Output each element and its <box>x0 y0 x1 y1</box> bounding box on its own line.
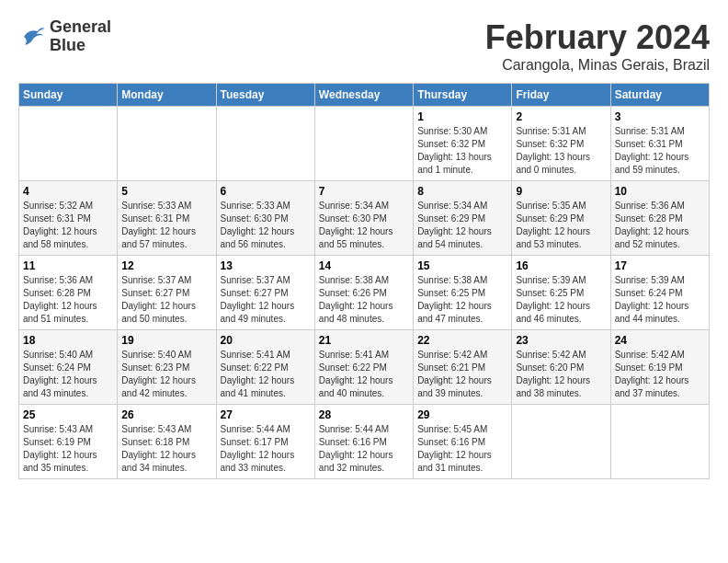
day-info: Sunrise: 5:43 AM Sunset: 6:18 PM Dayligh… <box>121 423 211 475</box>
day-number: 3 <box>615 110 705 123</box>
day-info: Sunrise: 5:33 AM Sunset: 6:30 PM Dayligh… <box>221 200 311 251</box>
weekday-header: Wednesday <box>314 84 413 107</box>
weekday-header: Sunday <box>19 84 118 107</box>
day-info: Sunrise: 5:30 AM Sunset: 6:32 PM Dayligh… <box>417 125 507 177</box>
calendar-cell: 16Sunrise: 5:39 AM Sunset: 6:25 PM Dayli… <box>512 256 610 330</box>
weekday-header: Monday <box>118 84 216 107</box>
page-title: February 2024 <box>485 18 710 57</box>
day-info: Sunrise: 5:34 AM Sunset: 6:29 PM Dayligh… <box>417 200 507 251</box>
day-number: 19 <box>121 334 211 347</box>
calendar-cell <box>610 405 709 479</box>
calendar-cell: 24Sunrise: 5:42 AM Sunset: 6:19 PM Dayli… <box>610 330 709 405</box>
day-number: 8 <box>417 185 507 198</box>
day-info: Sunrise: 5:31 AM Sunset: 6:32 PM Dayligh… <box>516 125 606 177</box>
day-number: 7 <box>319 185 409 198</box>
calendar-cell: 8Sunrise: 5:34 AM Sunset: 6:29 PM Daylig… <box>414 181 512 256</box>
day-info: Sunrise: 5:45 AM Sunset: 6:16 PM Dayligh… <box>417 423 507 475</box>
day-info: Sunrise: 5:44 AM Sunset: 6:17 PM Dayligh… <box>221 423 311 475</box>
day-number: 15 <box>417 259 507 272</box>
title-block: February 2024 Carangola, Minas Gerais, B… <box>485 18 710 74</box>
calendar-cell: 5Sunrise: 5:33 AM Sunset: 6:31 PM Daylig… <box>118 181 216 256</box>
calendar-cell: 25Sunrise: 5:43 AM Sunset: 6:19 PM Dayli… <box>19 405 118 479</box>
day-info: Sunrise: 5:34 AM Sunset: 6:30 PM Dayligh… <box>319 200 409 251</box>
calendar-cell: 15Sunrise: 5:38 AM Sunset: 6:25 PM Dayli… <box>414 256 512 330</box>
day-info: Sunrise: 5:44 AM Sunset: 6:16 PM Dayligh… <box>319 423 409 475</box>
day-number: 28 <box>319 408 409 421</box>
calendar-cell: 2Sunrise: 5:31 AM Sunset: 6:32 PM Daylig… <box>512 107 610 181</box>
day-number: 1 <box>417 110 507 123</box>
day-info: Sunrise: 5:40 AM Sunset: 6:23 PM Dayligh… <box>121 349 211 400</box>
day-number: 18 <box>23 334 113 347</box>
day-number: 5 <box>121 185 211 198</box>
calendar-cell: 22Sunrise: 5:42 AM Sunset: 6:21 PM Dayli… <box>414 330 512 405</box>
calendar-cell: 11Sunrise: 5:36 AM Sunset: 6:28 PM Dayli… <box>19 256 118 330</box>
day-number: 12 <box>121 259 211 272</box>
calendar-cell <box>512 405 610 479</box>
calendar-week-row: 4Sunrise: 5:32 AM Sunset: 6:31 PM Daylig… <box>19 181 710 256</box>
calendar-week-row: 1Sunrise: 5:30 AM Sunset: 6:32 PM Daylig… <box>19 107 710 181</box>
calendar-cell: 13Sunrise: 5:37 AM Sunset: 6:27 PM Dayli… <box>216 256 314 330</box>
day-info: Sunrise: 5:33 AM Sunset: 6:31 PM Dayligh… <box>121 200 211 251</box>
logo-line2: Blue <box>50 37 111 55</box>
day-info: Sunrise: 5:32 AM Sunset: 6:31 PM Dayligh… <box>23 200 113 251</box>
calendar-header-row: SundayMondayTuesdayWednesdayThursdayFrid… <box>19 84 710 107</box>
day-info: Sunrise: 5:37 AM Sunset: 6:27 PM Dayligh… <box>121 274 211 326</box>
calendar-cell: 19Sunrise: 5:40 AM Sunset: 6:23 PM Dayli… <box>118 330 216 405</box>
day-number: 6 <box>221 185 311 198</box>
calendar-cell <box>314 107 413 181</box>
day-number: 20 <box>221 334 311 347</box>
day-info: Sunrise: 5:42 AM Sunset: 6:21 PM Dayligh… <box>417 349 507 400</box>
day-number: 29 <box>417 408 507 421</box>
calendar-cell: 9Sunrise: 5:35 AM Sunset: 6:29 PM Daylig… <box>512 181 610 256</box>
weekday-header: Thursday <box>414 84 512 107</box>
weekday-header: Tuesday <box>216 84 314 107</box>
calendar-week-row: 18Sunrise: 5:40 AM Sunset: 6:24 PM Dayli… <box>19 330 710 405</box>
calendar-cell: 1Sunrise: 5:30 AM Sunset: 6:32 PM Daylig… <box>414 107 512 181</box>
calendar-cell <box>118 107 216 181</box>
day-number: 24 <box>615 334 705 347</box>
day-info: Sunrise: 5:41 AM Sunset: 6:22 PM Dayligh… <box>221 349 311 400</box>
day-number: 27 <box>221 408 311 421</box>
day-info: Sunrise: 5:36 AM Sunset: 6:28 PM Dayligh… <box>23 274 113 326</box>
logo-line1: General <box>50 18 111 37</box>
logo-text: General Blue <box>50 18 111 55</box>
calendar-cell: 21Sunrise: 5:41 AM Sunset: 6:22 PM Dayli… <box>314 330 413 405</box>
day-number: 22 <box>417 334 507 347</box>
day-info: Sunrise: 5:42 AM Sunset: 6:20 PM Dayligh… <box>516 349 606 400</box>
calendar-cell: 3Sunrise: 5:31 AM Sunset: 6:31 PM Daylig… <box>610 107 709 181</box>
day-info: Sunrise: 5:38 AM Sunset: 6:25 PM Dayligh… <box>417 274 507 326</box>
calendar-cell: 28Sunrise: 5:44 AM Sunset: 6:16 PM Dayli… <box>314 405 413 479</box>
calendar-cell: 29Sunrise: 5:45 AM Sunset: 6:16 PM Dayli… <box>414 405 512 479</box>
day-info: Sunrise: 5:36 AM Sunset: 6:28 PM Dayligh… <box>615 200 705 251</box>
calendar-week-row: 11Sunrise: 5:36 AM Sunset: 6:28 PM Dayli… <box>19 256 710 330</box>
page-header: General Blue February 2024 Carangola, Mi… <box>18 18 710 74</box>
calendar-cell: 23Sunrise: 5:42 AM Sunset: 6:20 PM Dayli… <box>512 330 610 405</box>
day-number: 23 <box>516 334 606 347</box>
calendar-cell: 20Sunrise: 5:41 AM Sunset: 6:22 PM Dayli… <box>216 330 314 405</box>
day-info: Sunrise: 5:37 AM Sunset: 6:27 PM Dayligh… <box>221 274 311 326</box>
day-number: 13 <box>221 259 311 272</box>
calendar-table: SundayMondayTuesdayWednesdayThursdayFrid… <box>18 83 710 479</box>
calendar-cell: 18Sunrise: 5:40 AM Sunset: 6:24 PM Dayli… <box>19 330 118 405</box>
day-info: Sunrise: 5:39 AM Sunset: 6:24 PM Dayligh… <box>615 274 705 326</box>
day-number: 10 <box>615 185 705 198</box>
day-number: 25 <box>23 408 113 421</box>
calendar-cell: 26Sunrise: 5:43 AM Sunset: 6:18 PM Dayli… <box>118 405 216 479</box>
day-number: 9 <box>516 185 606 198</box>
day-info: Sunrise: 5:35 AM Sunset: 6:29 PM Dayligh… <box>516 200 606 251</box>
day-info: Sunrise: 5:41 AM Sunset: 6:22 PM Dayligh… <box>319 349 409 400</box>
calendar-cell: 6Sunrise: 5:33 AM Sunset: 6:30 PM Daylig… <box>216 181 314 256</box>
day-number: 2 <box>516 110 606 123</box>
day-info: Sunrise: 5:39 AM Sunset: 6:25 PM Dayligh… <box>516 274 606 326</box>
day-info: Sunrise: 5:42 AM Sunset: 6:19 PM Dayligh… <box>615 349 705 400</box>
day-number: 21 <box>319 334 409 347</box>
calendar-cell: 27Sunrise: 5:44 AM Sunset: 6:17 PM Dayli… <box>216 405 314 479</box>
day-number: 11 <box>23 259 113 272</box>
logo-icon <box>18 23 46 51</box>
day-info: Sunrise: 5:43 AM Sunset: 6:19 PM Dayligh… <box>23 423 113 475</box>
calendar-cell <box>216 107 314 181</box>
calendar-week-row: 25Sunrise: 5:43 AM Sunset: 6:19 PM Dayli… <box>19 405 710 479</box>
day-number: 4 <box>23 185 113 198</box>
calendar-cell: 14Sunrise: 5:38 AM Sunset: 6:26 PM Dayli… <box>314 256 413 330</box>
weekday-header: Friday <box>512 84 610 107</box>
